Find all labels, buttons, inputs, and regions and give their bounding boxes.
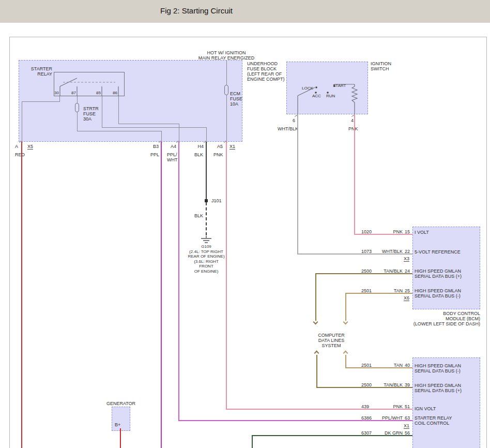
relay-pin-30: 30: [54, 91, 59, 96]
hot-feed-label: HOT W/ IGNITION MAIN RELAY ENERGIZED: [192, 50, 261, 61]
wire-label-blk: BLK: [194, 152, 203, 157]
pin-number: 22: [405, 249, 410, 254]
wire-color: TAN/BLK: [379, 382, 403, 387]
wire-dkgrn-v: [252, 435, 253, 448]
connector-x3: X3: [404, 256, 409, 262]
relay-pin-85: 85: [96, 91, 101, 96]
internal-wire: [206, 127, 207, 142]
ignition-switch-name: IGNITION SWITCH: [371, 61, 391, 71]
computer-data-lines-label: COMPUTER DATA LINES SYSTEM: [309, 333, 354, 348]
internal-wire: [118, 124, 179, 124]
wire-pplwht-v: [178, 142, 179, 421]
ignition-switch-contacts: [286, 62, 368, 114]
bcm-caption: BODY CONTROL MODULE (BCM) (LOWER LEFT SI…: [391, 311, 480, 326]
strtr-fuse-symbol: [75, 103, 79, 112]
pin-number: 51: [405, 404, 410, 409]
pin-a: A: [12, 144, 18, 149]
wire-label-red: RED: [15, 152, 25, 157]
title-bar: Fig 2: Starting Circuit: [0, 0, 490, 23]
wire-pplwht-h: [178, 420, 412, 421]
ignition-pos-run: RUN: [326, 94, 335, 99]
generator-label: GENERATOR: [99, 401, 143, 406]
diagram-canvas: HOT W/ IGNITION MAIN RELAY ENERGIZED UND…: [9, 37, 487, 448]
internal-wire: [77, 96, 78, 103]
internal-wire: [77, 112, 78, 131]
circuit-number: 2501: [361, 363, 372, 368]
ground-symbol: [200, 236, 213, 244]
wire-blk: [206, 142, 207, 201]
pin-h4: H4: [195, 144, 204, 149]
bcm-row-label: IGN VOLT: [415, 406, 479, 411]
wire-red: [21, 142, 22, 448]
internal-wire: [102, 96, 102, 127]
circuit-number: 1073: [361, 249, 372, 254]
internal-wire: [102, 127, 206, 128]
wire-dkgrn-h: [252, 435, 412, 436]
internal-wire: [77, 131, 161, 131]
wire-ign-pnk-v: [354, 114, 355, 234]
ecm-fuse-label: ECM FUSE 10A: [230, 91, 243, 107]
circuit-number: 2500: [361, 382, 372, 387]
starter-relay-label: STARTER RELAY: [23, 66, 52, 77]
wire-tanblk-h-upper: [316, 273, 412, 274]
bcm-row-label: HIGH SPEED GMLAN SERIAL DATA BUS (+): [415, 268, 479, 279]
arrow-down-icon: [313, 320, 318, 325]
ignition-pin-6: 6: [293, 118, 295, 123]
wire-label-ppl: PPL: [150, 152, 159, 157]
pin-number: 40: [405, 363, 410, 368]
wire-color: WHT/BLK: [379, 249, 403, 254]
internal-wire: [179, 124, 179, 142]
ignition-pin-4: 4: [351, 118, 354, 123]
internal-wire: [22, 101, 22, 142]
bcm-row-label: I VOLT: [415, 230, 479, 235]
ignition-pos-acc: ACC: [312, 94, 321, 99]
pin-number: 63: [405, 415, 410, 421]
ecm-fuse-symbol: [224, 85, 228, 95]
ignition-pos-lock: LOCK: [302, 86, 313, 91]
bcm-row-label: 5-VOLT REFERENCE: [415, 249, 479, 255]
internal-wire: [118, 96, 119, 124]
internal-wire: [59, 96, 60, 101]
pin-b3: B3: [150, 144, 159, 149]
internal-wire: [22, 101, 60, 102]
wire-label-pnk: PNK: [213, 152, 223, 157]
figure-title: Fig 2: Starting Circuit: [0, 6, 393, 15]
wire-color: PNK: [383, 229, 403, 234]
wire-generator-red: [120, 428, 121, 448]
ignition-pos-start: START: [333, 83, 346, 88]
wire-pnk-v: [226, 142, 227, 409]
wire-whtblk-v: [297, 114, 298, 254]
wire-tanblk-v-lower: [316, 355, 317, 387]
internal-wire: [161, 131, 162, 142]
wire-color: PNK: [383, 404, 403, 409]
ground-label: G109 (2.4L: TOP RIGHT REAR OF ENGINE) (3…: [186, 244, 227, 274]
connector-x5: X5: [27, 144, 33, 150]
wire-label-ign-pnk: PNK: [348, 126, 358, 131]
generator-terminal-b+: B+: [115, 422, 120, 427]
wire-label-whtblk: WHT/BLK: [278, 126, 298, 131]
bcm-row-label: HIGH SPEED GMLAN SERIAL DATA BUS (+): [415, 383, 479, 393]
arrow-down-icon: [343, 320, 348, 325]
relay-pin-86: 86: [113, 91, 117, 96]
strtr-fuse-label: STRTR FUSE 30A: [83, 106, 104, 122]
wire-color: TAN: [383, 363, 403, 368]
internal-wire: [226, 60, 227, 85]
pin-number: 15: [405, 229, 410, 234]
wire-tan-h-upper: [346, 293, 412, 294]
pin-number: 39: [405, 382, 410, 387]
pin-a5: A5: [215, 144, 223, 149]
relay-pin-87: 87: [71, 91, 76, 96]
splice-label: J101: [211, 198, 222, 203]
internal-wire: [226, 95, 227, 142]
pin-a4: A4: [168, 144, 176, 149]
wire-ppl: [161, 142, 162, 448]
connector-x6: X6: [404, 295, 409, 301]
bcm-row-label: STARTER RELAY COIL CONTROL: [415, 415, 479, 426]
wire-blk-dashed: [206, 202, 207, 235]
ground-wire-label: BLK: [194, 213, 203, 218]
bcm-row-label: HIGH SPEED GMLAN SERIAL DATA BUS (-): [415, 288, 479, 298]
wire-color: PPL/WHT: [379, 415, 403, 421]
wire-tan-v-upper: [345, 293, 346, 321]
connector-x1: X1: [404, 423, 409, 429]
bcm-row-label: HIGH SPEED GMLAN SERIAL DATA BUS (-): [415, 363, 479, 374]
